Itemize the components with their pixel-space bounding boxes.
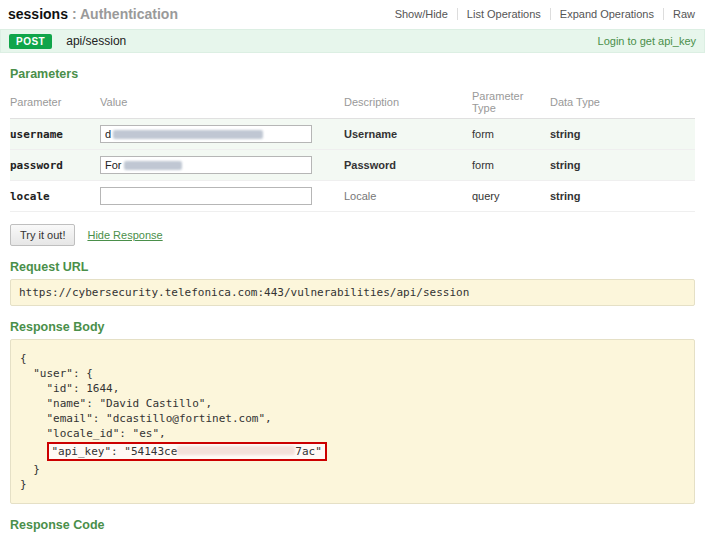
param-name-username: username xyxy=(10,128,63,141)
parameters-heading: Parameters xyxy=(10,67,695,81)
param-description: Username xyxy=(344,128,397,140)
actions-row: Try it out! Hide Response xyxy=(10,224,695,246)
json-line: "id": 1644, xyxy=(20,381,685,396)
col-parameter: Parameter xyxy=(10,86,100,119)
request-url-heading: Request URL xyxy=(10,260,695,274)
json-line: } xyxy=(20,462,685,477)
password-field[interactable]: For xyxy=(100,156,312,174)
table-row: password For Password form string xyxy=(10,150,695,181)
table-row: locale Locale query string xyxy=(10,181,695,212)
link-expand-operations[interactable]: Expand Operations xyxy=(550,8,663,20)
redaction-mark xyxy=(177,446,295,455)
param-name-password: password xyxy=(10,159,63,172)
link-show-hide[interactable]: Show/Hide xyxy=(386,8,457,20)
col-description: Description xyxy=(344,86,472,119)
col-parameter-type: Parameter Type xyxy=(472,86,550,119)
api-key-suffix: 7ac" xyxy=(295,445,322,458)
response-body-block: { "user": { "id": 1644, "name": "David C… xyxy=(10,339,695,504)
username-value: d xyxy=(105,128,111,140)
endpoint-header: POST api/session Login to get api_key xyxy=(0,29,705,53)
response-body-heading: Response Body xyxy=(10,320,695,334)
param-data-type: string xyxy=(550,128,581,140)
endpoint-path-link[interactable]: api/session xyxy=(66,34,126,48)
link-raw[interactable]: Raw xyxy=(663,8,697,20)
password-value: For xyxy=(105,159,122,171)
hide-response-link[interactable]: Hide Response xyxy=(87,229,162,241)
json-line: } xyxy=(20,477,685,492)
param-type: query xyxy=(472,190,500,202)
json-line: "email": "dcastillo@fortinet.com", xyxy=(20,411,685,426)
resource-name: sessions xyxy=(8,6,68,22)
response-code-heading: Response Code xyxy=(10,518,695,532)
json-line: "name": "David Castillo", xyxy=(20,396,685,411)
param-name-locale: locale xyxy=(10,190,50,203)
json-line: "locale_id": "es", xyxy=(20,426,685,441)
resource-actions: Show/Hide List Operations Expand Operati… xyxy=(386,8,697,20)
request-url-block: https://cybersecurity.telefonica.com:443… xyxy=(10,279,695,306)
login-api-key-link[interactable]: Login to get api_key xyxy=(598,35,696,47)
param-data-type: string xyxy=(550,159,581,171)
api-key-highlight-box: "api_key": "54143ce7ac" xyxy=(47,442,327,461)
api-key-indent xyxy=(20,445,47,458)
api-key-line: "api_key": "54143ce7ac" xyxy=(20,442,685,461)
operation-content: Parameters Parameter Value Description P… xyxy=(0,67,705,536)
col-value: Value xyxy=(100,86,344,119)
redaction-mark xyxy=(113,130,263,139)
page-header: sessions: Authentication Show/Hide List … xyxy=(0,0,705,29)
locale-field[interactable] xyxy=(100,187,312,205)
json-line: { xyxy=(20,351,685,366)
api-key-prefix: "api_key": "54143ce xyxy=(52,445,178,458)
parameters-header-row: Parameter Value Description Parameter Ty… xyxy=(10,86,695,119)
username-field[interactable]: d xyxy=(100,125,312,143)
param-description: Locale xyxy=(344,190,376,202)
json-line: "user": { xyxy=(20,366,685,381)
request-url-text: https://cybersecurity.telefonica.com:443… xyxy=(19,286,469,299)
redaction-mark xyxy=(124,161,182,170)
param-type: form xyxy=(472,159,494,171)
param-type: form xyxy=(472,128,494,140)
resource-title: sessions: Authentication xyxy=(8,5,178,23)
param-data-type: string xyxy=(550,190,581,202)
try-it-out-button[interactable]: Try it out! xyxy=(10,224,75,246)
resource-description: : Authentication xyxy=(72,6,178,22)
link-list-operations[interactable]: List Operations xyxy=(457,8,550,20)
http-method-badge: POST xyxy=(9,34,52,49)
table-row: username d Username form string xyxy=(10,119,695,150)
parameters-table: Parameter Value Description Parameter Ty… xyxy=(10,86,695,212)
col-data-type: Data Type xyxy=(550,86,695,119)
param-description: Password xyxy=(344,159,396,171)
